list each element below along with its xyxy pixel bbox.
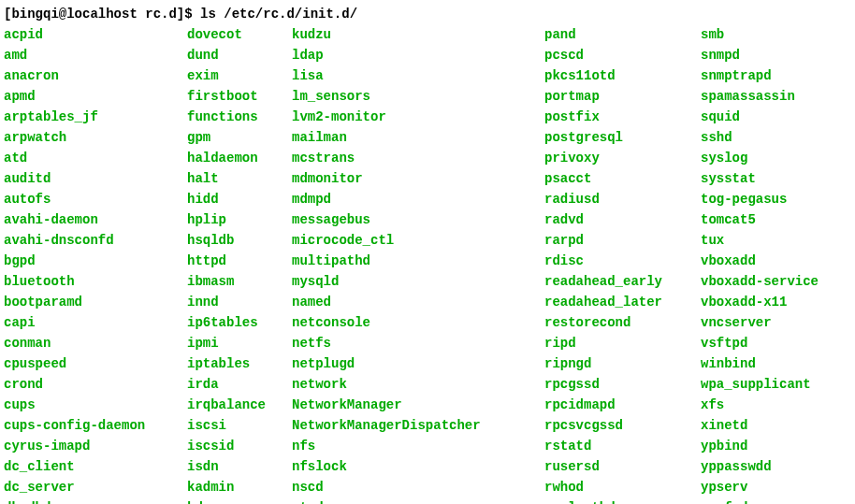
file-entry: rstatd — [544, 436, 701, 456]
file-entry: iptables — [187, 353, 292, 374]
file-entry: exim — [187, 65, 292, 86]
file-entry: conman — [4, 333, 187, 353]
file-entry: netconsole — [292, 312, 544, 333]
file-entry: rusersd — [544, 456, 701, 477]
file-entry: isdn — [187, 456, 292, 477]
file-entry: tog-pegasus — [701, 189, 819, 209]
file-entry: autofs — [4, 189, 187, 209]
file-entry: hsqldb — [187, 230, 292, 251]
file-entry: saslauthd — [544, 497, 701, 504]
file-entry: restorecond — [544, 312, 701, 333]
file-entry: sshd — [701, 127, 819, 148]
file-entry: microcode_ctl — [292, 230, 544, 251]
file-entry: cups-config-daemon — [4, 415, 187, 436]
listing-column-3: kudzuldaplisalm_sensorslvm2-monitormailm… — [292, 24, 544, 504]
file-entry: xfs — [701, 395, 819, 415]
file-entry: pcscd — [544, 45, 701, 65]
file-entry: pand — [544, 24, 701, 45]
file-entry: NetworkManager — [292, 395, 544, 415]
file-entry: ntpd — [292, 497, 544, 504]
file-entry: gpm — [187, 127, 292, 148]
file-entry: mysqld — [292, 271, 544, 292]
file-entry: auditd — [4, 168, 187, 189]
file-entry: dund — [187, 45, 292, 65]
file-entry: smb — [701, 24, 819, 45]
file-entry: ypbind — [701, 436, 819, 456]
file-entry: named — [292, 292, 544, 312]
file-entry: NetworkManagerDispatcher — [292, 415, 544, 436]
file-entry: mcstrans — [292, 148, 544, 168]
file-entry: sysstat — [701, 168, 819, 189]
file-entry: mailman — [292, 127, 544, 148]
file-entry: postfix — [544, 107, 701, 127]
file-entry: network — [292, 374, 544, 395]
file-entry: ypserv — [701, 477, 819, 497]
file-entry: ip6tables — [187, 312, 292, 333]
listing-column-5: smbsnmpdsnmptrapdspamassassinsquidsshdsy… — [701, 24, 819, 504]
listing-column-2: dovecotdundeximfirstbootfunctionsgpmhald… — [187, 24, 292, 504]
file-entry: lvm2-monitor — [292, 107, 544, 127]
file-entry: bluetooth — [4, 271, 187, 292]
file-entry: rarpd — [544, 230, 701, 251]
listing-column-4: pandpcscdpkcs11otdportmappostfixpostgres… — [544, 24, 701, 504]
file-entry: nfslock — [292, 456, 544, 477]
file-entry: bootparamd — [4, 292, 187, 312]
file-entry: readahead_later — [544, 292, 701, 312]
file-entry: vboxadd-service — [701, 271, 819, 292]
file-entry: winbind — [701, 353, 819, 374]
file-entry: ibmasm — [187, 271, 292, 292]
file-entry: messagebus — [292, 209, 544, 230]
file-entry: firstboot — [187, 86, 292, 107]
file-entry: avahi-daemon — [4, 209, 187, 230]
file-entry: yppasswdd — [701, 456, 819, 477]
file-entry: avahi-dnsconfd — [4, 230, 187, 251]
file-entry: vboxadd-x11 — [701, 292, 819, 312]
shell-prompt: [bingqi@localhost rc.d]$ ls /etc/rc.d/in… — [4, 4, 851, 24]
file-entry: nfs — [292, 436, 544, 456]
file-entry: apmd — [4, 86, 187, 107]
file-entry: psacct — [544, 168, 701, 189]
file-entry: irqbalance — [187, 395, 292, 415]
file-entry: iscsid — [187, 436, 292, 456]
file-entry: crond — [4, 374, 187, 395]
directory-listing: acpidamdanacronapmdarptables_jfarpwatcha… — [4, 24, 851, 504]
file-entry: iscsi — [187, 415, 292, 436]
file-entry: netfs — [292, 333, 544, 353]
file-entry: tomcat5 — [701, 209, 819, 230]
file-entry: rpcidmapd — [544, 395, 701, 415]
file-entry: dc_client — [4, 456, 187, 477]
file-entry: bgpd — [4, 251, 187, 271]
file-entry: multipathd — [292, 251, 544, 271]
file-entry: radiusd — [544, 189, 701, 209]
file-entry: xinetd — [701, 415, 819, 436]
file-entry: netplugd — [292, 353, 544, 374]
file-entry: hidd — [187, 189, 292, 209]
file-entry: postgresql — [544, 127, 701, 148]
file-entry: snmpd — [701, 45, 819, 65]
file-entry: lm_sensors — [292, 86, 544, 107]
file-entry: syslog — [701, 148, 819, 168]
file-entry: ipmi — [187, 333, 292, 353]
file-entry: haldaemon — [187, 148, 292, 168]
file-entry: dhcdbd — [4, 497, 187, 504]
file-entry: portmap — [544, 86, 701, 107]
file-entry: kadmin — [187, 477, 292, 497]
file-entry: arpwatch — [4, 127, 187, 148]
listing-column-1: acpidamdanacronapmdarptables_jfarpwatcha… — [4, 24, 187, 504]
file-entry: rpcgssd — [544, 374, 701, 395]
file-entry: mdmonitor — [292, 168, 544, 189]
file-entry: kudzu — [292, 24, 544, 45]
file-entry: dovecot — [187, 24, 292, 45]
file-entry: kdump — [187, 497, 292, 504]
file-entry: ypxfrd — [701, 497, 819, 504]
file-entry: radvd — [544, 209, 701, 230]
file-entry: anacron — [4, 65, 187, 86]
file-entry: hplip — [187, 209, 292, 230]
file-entry: lisa — [292, 65, 544, 86]
file-entry: nscd — [292, 477, 544, 497]
file-entry: amd — [4, 45, 187, 65]
file-entry: functions — [187, 107, 292, 127]
file-entry: pkcs11otd — [544, 65, 701, 86]
file-entry: cyrus-imapd — [4, 436, 187, 456]
file-entry: vsftpd — [701, 333, 819, 353]
